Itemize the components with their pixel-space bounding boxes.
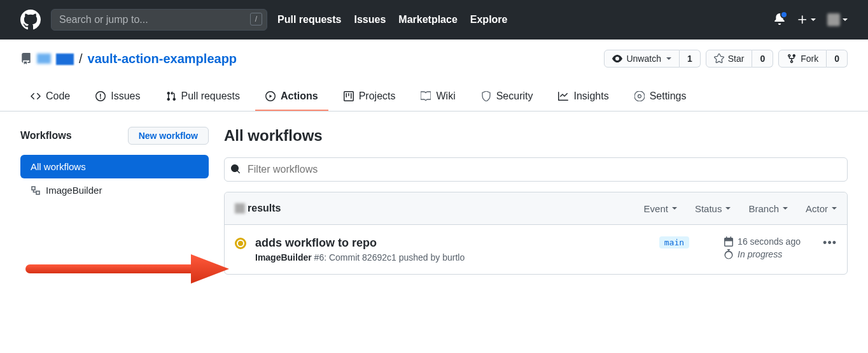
sidebar-item-imagebuilder[interactable]: ImageBuilder bbox=[20, 178, 209, 202]
branch-badge[interactable]: main bbox=[659, 236, 689, 249]
owner-link[interactable] bbox=[56, 52, 74, 66]
repo-icon bbox=[20, 53, 32, 64]
avatar bbox=[827, 13, 840, 26]
filter-workflows-input[interactable] bbox=[224, 157, 848, 182]
results-count-blurred bbox=[235, 203, 245, 213]
fork-button[interactable]: Fork bbox=[778, 50, 827, 68]
workflow-run-row[interactable]: adds workflow to repo ImageBuilder #6: C… bbox=[225, 225, 847, 274]
tab-security[interactable]: Security bbox=[471, 83, 543, 111]
tab-actions[interactable]: Actions bbox=[255, 83, 328, 111]
sidebar-title: Workflows bbox=[20, 130, 72, 141]
status-in-progress-icon bbox=[235, 238, 246, 249]
nav-explore[interactable]: Explore bbox=[470, 14, 508, 25]
path-separator: / bbox=[79, 52, 83, 66]
tab-code[interactable]: Code bbox=[20, 83, 80, 111]
results-label: results bbox=[248, 203, 281, 214]
user-menu[interactable] bbox=[827, 13, 848, 26]
create-menu[interactable] bbox=[797, 14, 816, 25]
owner-avatar-blurred bbox=[37, 54, 51, 64]
run-status: In progress bbox=[724, 249, 806, 259]
nav-pull-requests[interactable]: Pull requests bbox=[277, 14, 341, 25]
run-menu-button[interactable]: ••• bbox=[823, 236, 837, 250]
page-title: All workflows bbox=[224, 127, 848, 145]
search-icon bbox=[230, 164, 241, 174]
tab-projects[interactable]: Projects bbox=[333, 83, 406, 111]
run-timestamp: 16 seconds ago bbox=[724, 236, 806, 247]
fork-count[interactable]: 0 bbox=[827, 50, 848, 68]
filter-status[interactable]: Status bbox=[695, 203, 731, 214]
stopwatch-icon bbox=[724, 249, 734, 259]
slash-key-hint: / bbox=[250, 13, 262, 25]
fork-icon bbox=[787, 54, 797, 64]
calendar-icon bbox=[724, 236, 734, 247]
star-count[interactable]: 0 bbox=[752, 50, 773, 68]
unwatch-button[interactable]: Unwatch bbox=[604, 50, 679, 68]
star-icon bbox=[714, 54, 724, 64]
notification-dot bbox=[780, 11, 788, 18]
search-input[interactable] bbox=[51, 9, 267, 31]
workflow-icon bbox=[31, 185, 41, 196]
filter-event[interactable]: Event bbox=[644, 203, 677, 214]
filter-branch[interactable]: Branch bbox=[748, 203, 788, 214]
tab-settings[interactable]: Settings bbox=[624, 83, 697, 111]
filter-actor[interactable]: Actor bbox=[806, 203, 837, 214]
github-logo-icon[interactable] bbox=[20, 10, 41, 30]
star-button[interactable]: Star bbox=[706, 50, 753, 68]
run-title[interactable]: adds workflow to repo bbox=[255, 236, 625, 250]
nav-issues[interactable]: Issues bbox=[354, 14, 386, 25]
eye-icon bbox=[612, 54, 622, 64]
tab-issues[interactable]: Issues bbox=[85, 83, 150, 111]
tab-wiki[interactable]: Wiki bbox=[410, 83, 465, 111]
tab-insights[interactable]: Insights bbox=[548, 83, 619, 111]
sidebar-item-all-workflows[interactable]: All workflows bbox=[20, 155, 209, 178]
run-subtitle: ImageBuilder #6: Commit 82692c1 pushed b… bbox=[255, 252, 625, 263]
watch-count[interactable]: 1 bbox=[680, 50, 701, 68]
new-workflow-button[interactable]: New workflow bbox=[128, 127, 209, 145]
tab-pull-requests[interactable]: Pull requests bbox=[156, 83, 251, 111]
nav-marketplace[interactable]: Marketplace bbox=[398, 14, 458, 25]
repo-name-link[interactable]: vault-action-exampleapp bbox=[88, 52, 237, 66]
notifications-button[interactable] bbox=[774, 13, 785, 27]
